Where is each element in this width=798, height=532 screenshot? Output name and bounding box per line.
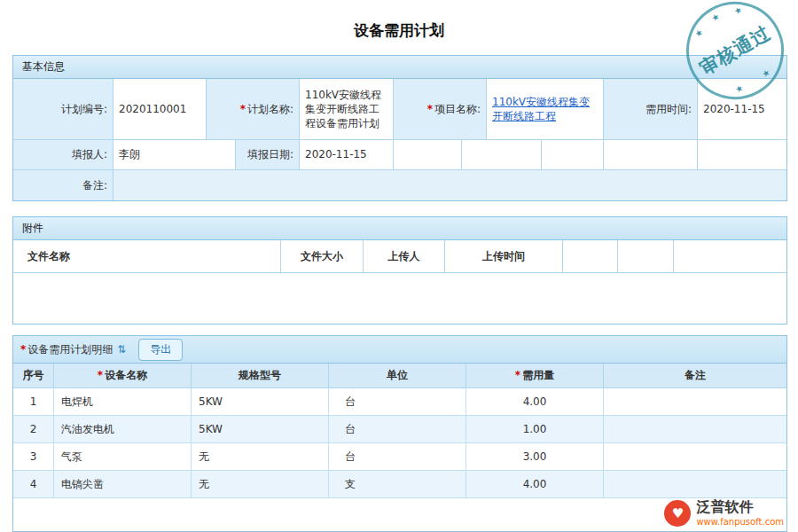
cell-seq: 3 xyxy=(13,443,54,470)
table-row: 3 气泵 无 台 3.00 xyxy=(13,443,786,471)
stamp-star-icon: ★ xyxy=(693,27,705,39)
cell-unit: 台 xyxy=(329,388,466,415)
table-row: 4 电镐尖凿 无 支 4.00 xyxy=(13,471,786,498)
stamp-star-icon: ★ xyxy=(709,12,721,24)
export-button[interactable]: 导出 xyxy=(138,339,183,361)
brand-name: 泛普软件 xyxy=(696,499,784,515)
attachments-empty-body xyxy=(13,273,786,324)
brand-url[interactable]: www.fanpusoft.com xyxy=(696,517,784,527)
cell-remark xyxy=(604,443,786,470)
table-row: 1 电焊机 5KW 台 4.00 xyxy=(13,388,786,416)
attachments-header: 附件 xyxy=(13,217,786,240)
project-name-label: * 项目名称: xyxy=(394,79,487,139)
col-empty xyxy=(563,240,618,272)
empty-cell xyxy=(698,140,786,169)
col-file-name: 文件名称 xyxy=(13,240,281,272)
attachments-column-headers: 文件名称 文件大小 上传人 上传时间 xyxy=(13,240,786,273)
filler-label: 填报人: xyxy=(13,140,113,169)
cell-remark xyxy=(604,388,786,415)
header-text: 需用量 xyxy=(522,368,554,382)
stamp-star-icon: ★ xyxy=(732,4,744,17)
header-text: 设备名称 xyxy=(105,368,147,382)
sort-icon[interactable]: ⇅ xyxy=(117,343,126,356)
stamp-star-icon: ★ xyxy=(760,66,771,79)
brand-footer: ♥ 泛普软件 www.fanpusoft.com xyxy=(664,499,784,527)
remark-label: 备注: xyxy=(13,170,113,200)
col-required-qty: * 需用量 xyxy=(466,364,604,387)
details-table-header: 序号 * 设备名称 规格型号 单位 * 需用量 备注 xyxy=(13,364,786,388)
cell-required-qty: 4.00 xyxy=(466,388,604,415)
cell-seq: 2 xyxy=(13,416,54,442)
plan-no-value: 2020110001 xyxy=(113,79,207,139)
page-title: 设备需用计划 xyxy=(0,20,798,41)
col-file-size: 文件大小 xyxy=(281,240,364,272)
empty-cell xyxy=(604,140,698,169)
need-time-label: 需用时间: xyxy=(604,79,698,139)
label-text: 项目名称: xyxy=(434,102,481,116)
col-seq: 序号 xyxy=(13,364,54,387)
cell-remark xyxy=(604,471,786,497)
basic-info-header: 基本信息 xyxy=(13,56,786,79)
plan-name-value: 110kV安徽线程集变开断线路工程设备需用计划 xyxy=(300,79,394,139)
cell-spec-model: 无 xyxy=(192,471,329,497)
empty-cell xyxy=(542,140,604,169)
cell-unit: 台 xyxy=(329,443,466,470)
col-unit: 单位 xyxy=(329,364,466,387)
remark-value xyxy=(113,170,786,200)
fill-date-label: 填报日期: xyxy=(236,140,300,169)
required-mark: * xyxy=(427,102,433,116)
cell-device-name: 电镐尖凿 xyxy=(54,471,192,497)
filler-value: 李朗 xyxy=(113,140,236,169)
basic-info-row-1: 计划编号: 2020110001 * 计划名称: 110kV安徽线程集变开断线路… xyxy=(13,79,786,140)
plan-no-label: 计划编号: xyxy=(13,79,113,139)
project-name-cell: 110kV安徽线程集变开断线路工程 xyxy=(487,79,604,139)
empty-cell xyxy=(462,140,542,169)
fill-date-value: 2020-11-15 xyxy=(300,140,394,169)
basic-info-panel: 基本信息 计划编号: 2020110001 * 计划名称: 110kV安徽线程集… xyxy=(12,55,787,201)
details-title: 设备需用计划明细 xyxy=(27,342,113,357)
details-toolbar: * 设备需用计划明细 ⇅ 导出 xyxy=(13,336,786,364)
cell-required-qty: 1.00 xyxy=(466,416,604,442)
cell-unit: 台 xyxy=(329,416,466,442)
cell-seq: 4 xyxy=(13,471,54,497)
cell-spec-model: 5KW xyxy=(192,416,329,442)
col-empty xyxy=(618,240,674,272)
cell-spec-model: 无 xyxy=(192,443,329,470)
cell-device-name: 汽油发电机 xyxy=(54,416,192,442)
cell-device-name: 电焊机 xyxy=(54,388,192,415)
col-upload-time: 上传时间 xyxy=(445,240,563,272)
basic-info-row-3: 备注: xyxy=(13,170,786,200)
required-mark: * xyxy=(515,368,520,382)
label-text: 计划名称: xyxy=(247,102,293,116)
cell-required-qty: 4.00 xyxy=(466,471,604,497)
col-device-name: * 设备名称 xyxy=(54,364,192,387)
required-mark: * xyxy=(20,343,26,356)
cell-seq: 1 xyxy=(13,388,54,415)
details-table-body: 1 电焊机 5KW 台 4.00 2 汽油发电机 5KW 台 1.00 3 气泵… xyxy=(13,388,786,498)
basic-info-row-2: 填报人: 李朗 填报日期: 2020-11-15 xyxy=(13,140,786,170)
cell-spec-model: 5KW xyxy=(192,388,329,415)
col-uploader: 上传人 xyxy=(364,240,445,272)
attachments-panel: 附件 文件名称 文件大小 上传人 上传时间 xyxy=(12,216,787,325)
plan-name-label: * 计划名称: xyxy=(207,79,300,139)
cell-device-name: 气泵 xyxy=(54,443,192,470)
fanpu-logo-icon: ♥ xyxy=(664,500,691,527)
cell-unit: 支 xyxy=(329,471,466,497)
col-spec-model: 规格型号 xyxy=(192,364,329,387)
cell-remark xyxy=(604,416,786,442)
col-empty xyxy=(674,240,786,272)
empty-cell xyxy=(394,140,462,169)
cell-required-qty: 3.00 xyxy=(466,443,604,470)
table-row: 2 汽油发电机 5KW 台 1.00 xyxy=(13,416,786,443)
col-remark: 备注 xyxy=(604,364,786,387)
stamp-star-icon: ★ xyxy=(733,82,745,95)
required-mark: * xyxy=(240,102,246,116)
required-mark: * xyxy=(98,368,103,382)
project-name-link[interactable]: 110kV安徽线程集变开断线路工程 xyxy=(492,95,598,123)
